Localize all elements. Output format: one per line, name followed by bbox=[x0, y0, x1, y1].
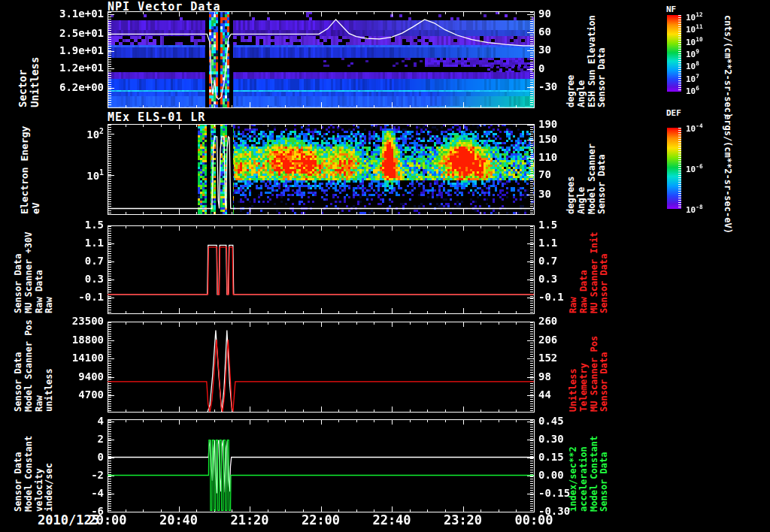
model-constant-trace-1 bbox=[108, 440, 534, 511]
plot-page: NPI Vector Data MEx ELS-01 LR NF cnts/(c… bbox=[0, 0, 770, 532]
line-traces-layer bbox=[0, 0, 770, 532]
scanner-pos-trace-0 bbox=[108, 331, 534, 413]
mu-scanner-30v-trace-1 bbox=[108, 247, 534, 295]
scanner-pos-trace-1 bbox=[108, 340, 534, 412]
esh-sun-elevation-trace bbox=[108, 20, 534, 99]
scanner-angle-trace bbox=[108, 137, 534, 209]
model-constant-trace-0 bbox=[108, 440, 534, 494]
mu-scanner-30v-trace-0 bbox=[108, 245, 534, 294]
